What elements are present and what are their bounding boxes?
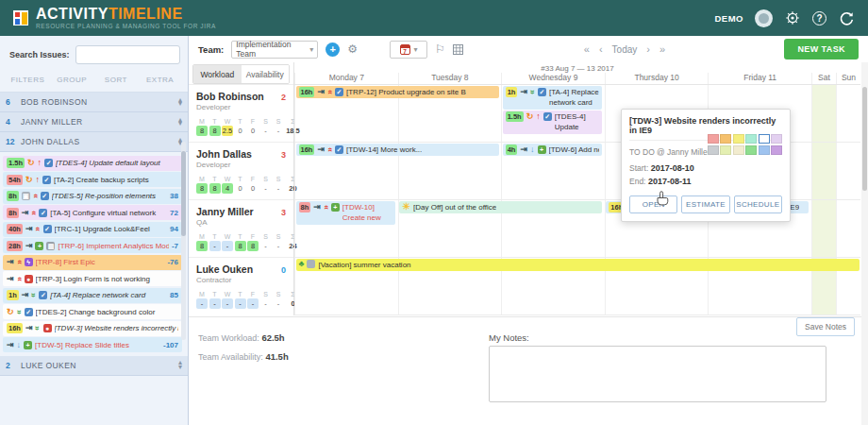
group-header-john-dallas[interactable]: 12JOHN DALLAS▴▾	[0, 132, 188, 152]
timeline-cell[interactable]	[811, 200, 836, 257]
new-task-button[interactable]: NEW TASK	[784, 39, 859, 60]
color-swatch[interactable]	[759, 134, 770, 144]
save-notes-button[interactable]: Save Notes	[796, 317, 855, 336]
team-select[interactable]: Implementation Team ▾	[231, 41, 318, 59]
color-swatch[interactable]	[733, 134, 744, 144]
issue-row[interactable]: 28h⇥+▤[TRP-6] Implement Analytics Module…	[3, 238, 182, 253]
week-label: #33 Aug 7 — 13 2017	[294, 62, 860, 73]
color-swatch[interactable]	[708, 145, 719, 155]
nav-next-fast-icon[interactable]: »	[659, 43, 665, 55]
sort-icon[interactable]: ▴▾	[178, 98, 182, 107]
hours-badge: 40h	[7, 224, 23, 234]
schedule-button[interactable]: SCHEDULE	[734, 196, 782, 213]
main-scrollbar-thumb[interactable]	[862, 87, 867, 191]
day-header: Thursday 10	[605, 73, 709, 84]
sidebar-tab-group[interactable]: GROUP	[50, 76, 94, 84]
color-swatch[interactable]	[745, 145, 757, 155]
task-card[interactable]: 16h⇥«✓[TRP-12] Product upgrade on site B	[296, 86, 499, 98]
group-header-luke-ouken[interactable]: 2LUKE OUKEN▴▾	[0, 356, 188, 376]
color-swatch[interactable]	[708, 134, 719, 144]
nav-prev-fast-icon[interactable]: «	[584, 43, 590, 55]
calendar-grid-icon[interactable]	[453, 44, 463, 55]
color-swatch[interactable]	[771, 134, 782, 144]
mini-day-header: S	[273, 291, 284, 298]
issue-row[interactable]: ⇥«ϟ[TRP-8] First Epic-76	[3, 255, 182, 270]
resource-name[interactable]: Luke Ouken	[196, 264, 253, 275]
sidebar-tab-filters[interactable]: FILTERS	[6, 76, 50, 84]
group-header-janny-miller[interactable]: 4JANNY MILLER▴▾	[0, 112, 188, 132]
tab-availability[interactable]: Availability	[242, 65, 290, 83]
tab-workload[interactable]: Workload	[193, 65, 242, 83]
calendar-week-icon: 7	[400, 44, 410, 55]
issue-row[interactable]: 8h⇥«✓[TA-5] Configure virtual network72	[3, 205, 182, 220]
mini-day-value: -	[273, 241, 284, 251]
nav-next-icon[interactable]: ›	[646, 43, 650, 55]
issue-title: [TDES-2] Change background color	[36, 308, 178, 316]
sort-icon[interactable]: ▴▾	[178, 361, 182, 369]
mini-day-header: S	[273, 176, 284, 182]
task-card-title: [TDW-10] Create new marketing web page	[342, 202, 392, 225]
person-icon: ⇥	[25, 225, 33, 233]
today-button[interactable]: Today	[612, 44, 638, 55]
task-card[interactable]: 1h⇥«✓[TA-4] Replace network card	[503, 86, 603, 110]
avatar[interactable]	[755, 9, 773, 27]
color-swatch[interactable]	[759, 145, 770, 155]
task-card[interactable]: 16h⇥«✓[TDW-14] More work...	[296, 144, 499, 156]
color-swatch[interactable]	[720, 145, 731, 155]
task-card[interactable]: ♣[Vacation] summer vacation	[296, 259, 860, 271]
help-icon[interactable]: ?	[812, 11, 826, 26]
estimate-button[interactable]: ESTIMATE	[681, 196, 729, 213]
timeline-cell[interactable]	[811, 143, 836, 199]
sidebar-tab-extra[interactable]: EXTRA	[138, 76, 182, 84]
mini-day-header: T	[209, 176, 221, 182]
group-header-bob-robinson[interactable]: 6BOB ROBINSON▴▾	[0, 93, 188, 112]
issue-row[interactable]: 1.5h↻↑✓[TDES-4] Update default layout	[3, 156, 182, 171]
nav-prev-icon[interactable]: ‹	[599, 43, 603, 55]
task-card[interactable]: 8h⇥«+[TDW-10] Create new marketing web p…	[296, 201, 396, 225]
task-card[interactable]: 4h⇥↓+[TDW-6] Add new icons	[503, 144, 603, 156]
priority-highest-icon: «	[326, 90, 334, 94]
issue-row[interactable]: 54h↻↑✓[TA-2] Create backup scripts	[3, 172, 182, 187]
mini-day-value: 8	[209, 126, 221, 136]
mini-day-value: -	[235, 298, 246, 309]
issue-row[interactable]: ↻«✓[TDES-2] Change background color	[3, 304, 182, 319]
sidebar-scrollbar-thumb[interactable]	[181, 151, 186, 236]
my-notes-textarea[interactable]	[489, 346, 826, 402]
timeline-cell[interactable]	[811, 85, 836, 142]
task-popup: [TDW-3] Website renders incorrectly in I…	[621, 109, 791, 222]
sidebar-tab-sort[interactable]: SORT	[94, 76, 139, 84]
color-swatch[interactable]	[771, 145, 782, 155]
task-card[interactable]: ☀[Day Off] out of the office	[399, 201, 602, 213]
gear-icon[interactable]	[784, 9, 801, 26]
timeline-cell[interactable]	[836, 143, 860, 199]
milestone-flag-icon[interactable]: ⚐	[435, 42, 445, 56]
issue-title: [TA-4] Replace network card	[50, 291, 167, 299]
color-swatch[interactable]	[733, 145, 744, 155]
resource-name[interactable]: John Dallas	[196, 148, 252, 160]
view-mode-dropdown[interactable]: 7 ▾	[390, 41, 427, 59]
issue-row[interactable]: 8h▣«✓[TDES-5] Re-position elements38	[3, 189, 182, 204]
issue-row[interactable]: ⇥↓+[TDW-5] Replace Slide titles-107	[3, 337, 182, 352]
add-team-button[interactable]: +	[326, 42, 340, 57]
refresh-icon[interactable]	[838, 9, 855, 26]
issue-row[interactable]: 40h⇥«✓[TRC-1] Upgrade Look&Feel94	[3, 222, 182, 237]
sort-icon[interactable]: ▴▾	[178, 118, 182, 127]
timeline-cell[interactable]	[836, 85, 860, 142]
issue-row[interactable]: ⇥«●[TRP-3] Login Form is not working	[3, 271, 182, 286]
issue-title: [TA-5] Configure virtual network	[50, 209, 167, 217]
search-issues-input[interactable]	[75, 45, 180, 64]
color-swatch[interactable]	[720, 134, 731, 144]
task-card[interactable]: 1.5h↻↑✓[TDES-4] Update default layout	[503, 110, 603, 134]
task-card-title: [TRP-12] Product upgrade on site B	[346, 87, 466, 97]
color-swatch[interactable]	[745, 134, 757, 144]
issue-row[interactable]: 1h⇥«✓[TA-4] Replace network card85	[3, 288, 182, 303]
open-button[interactable]: OPEN	[629, 196, 677, 213]
mini-day-value: -	[273, 183, 284, 194]
resource-name[interactable]: Janny Miller	[196, 206, 254, 217]
resource-name[interactable]: Bob Robinson	[196, 91, 264, 102]
issue-row[interactable]: 16h⇥«●[TDW-3] Website renders incorrectl…	[3, 321, 182, 336]
team-settings-gear-icon[interactable]: ⚙	[347, 42, 358, 56]
hours-badge: 1.5h	[506, 111, 524, 122]
timeline-cell[interactable]	[836, 200, 860, 257]
mini-day-value: -	[209, 241, 221, 251]
